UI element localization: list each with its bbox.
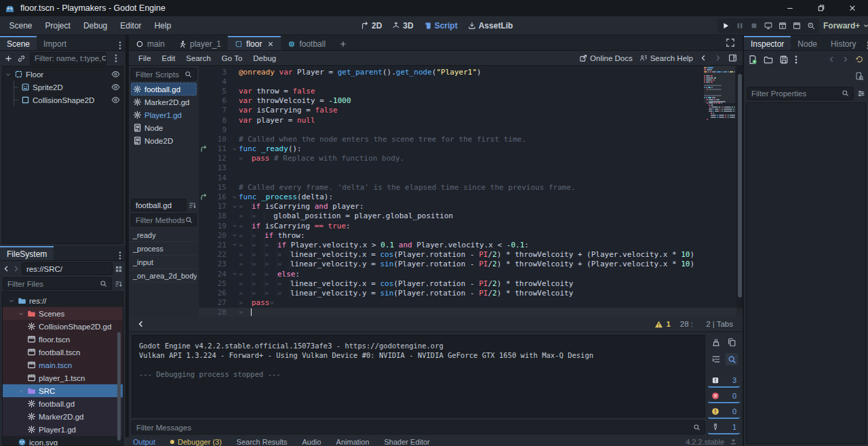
menu-debug[interactable]: Debug (77, 21, 113, 31)
scene-node-collisionshape2d[interactable]: CollisionShape2D (3, 94, 123, 106)
tab-filesystem[interactable]: FileSystem (0, 246, 54, 260)
bottom-tab-animation[interactable]: Animation (329, 437, 377, 446)
method--ready[interactable]: _ready (131, 228, 197, 242)
open-docs-icon[interactable] (855, 72, 864, 81)
workspace-script[interactable]: Script (421, 21, 460, 31)
new-scene-tab-button[interactable] (332, 36, 354, 50)
script-menu-edit[interactable]: Edit (157, 54, 181, 62)
play-icon[interactable] (722, 22, 730, 30)
code-line-4[interactable]: 4 (199, 77, 743, 86)
eye-icon[interactable] (111, 83, 120, 92)
edits-counter[interactable]: 1 (708, 421, 740, 434)
online-docs-button[interactable]: Online Docs (579, 54, 633, 62)
fold-arrow-icon[interactable] (230, 270, 239, 277)
version-update-icon[interactable] (730, 438, 737, 445)
fs-item-src[interactable]: SRC (3, 384, 123, 397)
code-line-5[interactable]: 5var throw = false (199, 86, 743, 96)
resource-menu-icon[interactable] (795, 55, 797, 64)
tab-import[interactable]: Import (37, 36, 73, 50)
method--on-area-2d-body-[interactable]: _on_area_2d_body_... (131, 269, 197, 283)
script-name-field[interactable]: football.gd (131, 199, 186, 211)
chevron-down-icon[interactable] (5, 71, 12, 78)
renderer-selector[interactable]: Forward+ (823, 16, 868, 35)
code-line-7[interactable]: 7var isCarrying = false (199, 106, 743, 115)
menu-project[interactable]: Project (39, 21, 77, 31)
code-line-18[interactable]: 18»» global_position = player.global_pos… (199, 211, 743, 221)
nav-forward-icon[interactable] (12, 265, 20, 272)
fs-item-floor-tscn[interactable]: floor.tscn (3, 333, 123, 346)
fs-item-main-tscn[interactable]: main.tscn (3, 359, 123, 371)
workspace-2d[interactable]: 2D (358, 21, 384, 31)
workspace-assetlib[interactable]: AssetLib (465, 21, 516, 31)
scene-filter-input[interactable]: Filter: name, t:type, (30, 52, 106, 65)
chevron-down-icon[interactable] (18, 388, 24, 394)
fold-arrow-icon[interactable] (230, 194, 239, 201)
script-item-football-gd[interactable]: football.gd (131, 83, 197, 96)
minimize-button[interactable] (774, 0, 806, 16)
toggle-scripts-panel-icon[interactable] (728, 54, 737, 62)
new-resource-icon[interactable] (748, 55, 757, 64)
code-line-12[interactable]: 12»pass # Replace with function body. (199, 154, 743, 163)
nav-back-icon[interactable] (3, 265, 10, 272)
code-line-23[interactable]: 23»»»»linear_velocity.y = sin(Player.rot… (199, 260, 743, 269)
fs-item-football-gd[interactable]: football.gd (3, 397, 123, 410)
method-sort-icon[interactable] (189, 201, 197, 209)
code-line-6[interactable]: 6var throwVelcoity = -1000 (199, 96, 743, 106)
instance-scene-icon[interactable] (17, 54, 26, 63)
code-line-19[interactable]: 19»if isCarrying == true: (199, 221, 743, 230)
play-scene-icon[interactable] (778, 22, 787, 30)
stop-icon[interactable] (750, 22, 758, 30)
errors-counter[interactable]: 0 (708, 390, 740, 403)
messages-counter[interactable]: 3 (708, 374, 740, 388)
fold-arrow-icon[interactable] (230, 222, 239, 229)
code-line-25[interactable]: 25»»»»linear_velocity.x = cos(Player.rot… (199, 279, 743, 288)
bottom-tab-output[interactable]: Output (125, 437, 163, 446)
maximize-button[interactable] (806, 0, 837, 16)
play-custom-scene-icon[interactable] (793, 22, 801, 30)
chevron-down-icon[interactable] (8, 298, 15, 304)
chevron-down-icon[interactable] (18, 310, 24, 317)
property-filter-icon[interactable] (857, 89, 865, 98)
search-help-button[interactable]: Search Help (639, 54, 693, 62)
scroll-left-icon[interactable] (129, 320, 153, 328)
script-history-forward-icon[interactable] (714, 54, 722, 62)
tab-scene[interactable]: Scene (0, 36, 37, 50)
fs-item-marker2d-gd[interactable]: Marker2D.gd (3, 410, 123, 423)
fs-item-collisionshape2d-gd[interactable]: CollisionShape2D.gd (3, 320, 123, 333)
script-menu-debug[interactable]: Debug (248, 54, 281, 62)
code-line-24[interactable]: 24»»»else: (199, 269, 743, 279)
bottom-tab-debugger-3-[interactable]: Debugger (3) (163, 437, 229, 446)
code-line-10[interactable]: 10# Called when the node enters the scen… (199, 134, 743, 144)
code-line-9[interactable]: 9 (199, 125, 743, 134)
filesystem-scrollbar[interactable] (117, 291, 121, 445)
scene-node-floor[interactable]: Floor (3, 68, 123, 81)
fold-arrow-icon[interactable] (230, 146, 239, 153)
scene-tabs-menu-icon[interactable] (115, 41, 125, 50)
code-line-3[interactable]: 3@onready var Player = get_parent().get_… (199, 67, 743, 77)
distraction-free-icon[interactable] (726, 38, 735, 50)
menu-editor[interactable]: Editor (114, 21, 148, 31)
script-item-marker2d-gd[interactable]: Marker2D.gd (131, 96, 197, 108)
pause-icon[interactable] (736, 22, 744, 30)
fs-item-scenes[interactable]: Scenes (3, 307, 123, 320)
fs-item-player1-gd[interactable]: Player1.gd (3, 423, 123, 436)
workspace-3d[interactable]: 3D (389, 21, 416, 31)
code-line-13[interactable]: 13 (199, 163, 743, 173)
fold-arrow-icon[interactable] (230, 241, 239, 248)
script-item-player1-gd[interactable]: Player1.gd (131, 108, 197, 121)
code-line-16[interactable]: 16func _process(delta): (199, 192, 743, 201)
tab-inspector[interactable]: Inspector (744, 36, 791, 50)
scene-tab-football[interactable]: football (281, 36, 332, 50)
warning-count-badge[interactable]: 1 (654, 320, 670, 329)
menu-help[interactable]: Help (148, 21, 178, 31)
eye-icon[interactable] (111, 70, 120, 79)
add-node-icon[interactable] (4, 54, 13, 63)
file-sort-icon[interactable] (115, 280, 123, 288)
bottom-tab-audio[interactable]: Audio (294, 437, 328, 446)
tab-history[interactable]: History (824, 36, 863, 50)
inspector-back-icon[interactable] (828, 56, 835, 63)
object-history-icon[interactable] (855, 55, 864, 64)
fs-item-football-tscn[interactable]: football.tscn (3, 346, 123, 359)
remote-debug-icon[interactable] (764, 22, 772, 30)
inspector-tabs-menu-icon[interactable] (863, 41, 868, 50)
